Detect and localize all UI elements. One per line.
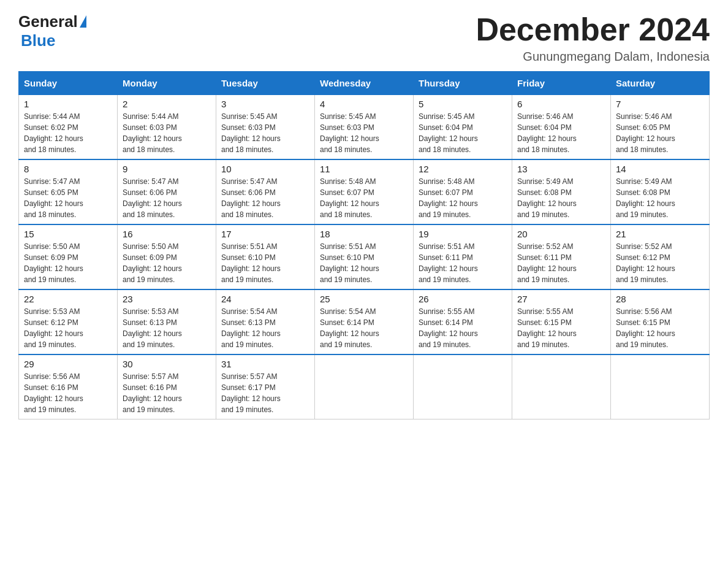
day-number: 2 [123,99,211,109]
day-number: 3 [221,99,309,109]
day-info: Sunrise: 5:55 AMSunset: 6:15 PMDaylight:… [517,307,577,349]
calendar-day-cell: 13 Sunrise: 5:49 AMSunset: 6:08 PMDaylig… [512,159,611,224]
day-info: Sunrise: 5:51 AMSunset: 6:10 PMDaylight:… [221,242,281,284]
day-number: 7 [616,99,704,109]
day-info: Sunrise: 5:53 AMSunset: 6:12 PMDaylight:… [24,307,83,349]
calendar-day-cell: 29 Sunrise: 5:56 AMSunset: 6:16 PMDaylig… [19,354,118,419]
day-number: 6 [517,99,605,109]
day-info: Sunrise: 5:48 AMSunset: 6:07 PMDaylight:… [419,177,478,219]
calendar-day-cell: 28 Sunrise: 5:56 AMSunset: 6:15 PMDaylig… [611,289,710,354]
day-info: Sunrise: 5:54 AMSunset: 6:14 PMDaylight:… [320,307,379,349]
day-number: 5 [419,99,507,109]
calendar-day-cell [315,354,414,419]
calendar-day-cell: 22 Sunrise: 5:53 AMSunset: 6:12 PMDaylig… [19,289,118,354]
day-number: 9 [123,164,211,174]
calendar-day-cell: 16 Sunrise: 5:50 AMSunset: 6:09 PMDaylig… [118,224,216,289]
day-number: 16 [123,229,211,239]
day-info: Sunrise: 5:47 AMSunset: 6:06 PMDaylight:… [123,177,182,219]
logo-general: General [18,12,78,31]
day-info: Sunrise: 5:50 AMSunset: 6:09 PMDaylight:… [123,242,182,284]
day-info: Sunrise: 5:51 AMSunset: 6:11 PMDaylight:… [419,242,478,284]
day-number: 17 [221,229,309,239]
calendar-week-row: 15 Sunrise: 5:50 AMSunset: 6:09 PMDaylig… [19,224,710,289]
calendar-title: December 2024 [476,12,710,47]
day-number: 29 [24,359,112,369]
calendar-day-cell: 6 Sunrise: 5:46 AMSunset: 6:04 PMDayligh… [512,95,611,160]
day-info: Sunrise: 5:54 AMSunset: 6:13 PMDaylight:… [221,307,281,349]
day-number: 24 [221,294,309,304]
day-number: 10 [221,164,309,174]
day-info: Sunrise: 5:44 AMSunset: 6:02 PMDaylight:… [24,112,83,154]
calendar-day-cell: 26 Sunrise: 5:55 AMSunset: 6:14 PMDaylig… [414,289,512,354]
col-monday: Monday [118,72,216,95]
day-info: Sunrise: 5:47 AMSunset: 6:05 PMDaylight:… [24,177,83,219]
col-tuesday: Tuesday [216,72,315,95]
day-number: 27 [517,294,605,304]
calendar-day-cell: 5 Sunrise: 5:45 AMSunset: 6:04 PMDayligh… [414,95,512,160]
day-number: 8 [24,164,112,174]
calendar-week-row: 1 Sunrise: 5:44 AMSunset: 6:02 PMDayligh… [19,95,710,160]
day-number: 23 [123,294,211,304]
calendar-day-cell: 11 Sunrise: 5:48 AMSunset: 6:07 PMDaylig… [315,159,414,224]
calendar-day-cell [611,354,710,419]
day-number: 19 [419,229,507,239]
day-number: 18 [320,229,408,239]
col-wednesday: Wednesday [315,72,414,95]
day-info: Sunrise: 5:53 AMSunset: 6:13 PMDaylight:… [123,307,182,349]
calendar-day-cell: 17 Sunrise: 5:51 AMSunset: 6:10 PMDaylig… [216,224,315,289]
day-number: 15 [24,229,112,239]
calendar-day-cell: 19 Sunrise: 5:51 AMSunset: 6:11 PMDaylig… [414,224,512,289]
day-info: Sunrise: 5:46 AMSunset: 6:05 PMDaylight:… [616,112,675,154]
calendar-day-cell: 25 Sunrise: 5:54 AMSunset: 6:14 PMDaylig… [315,289,414,354]
day-number: 26 [419,294,507,304]
day-info: Sunrise: 5:57 AMSunset: 6:16 PMDaylight:… [123,372,182,414]
day-info: Sunrise: 5:49 AMSunset: 6:08 PMDaylight:… [616,177,675,219]
calendar-week-row: 8 Sunrise: 5:47 AMSunset: 6:05 PMDayligh… [19,159,710,224]
day-number: 14 [616,164,704,174]
calendar-day-cell: 8 Sunrise: 5:47 AMSunset: 6:05 PMDayligh… [19,159,118,224]
day-number: 1 [24,99,112,109]
day-number: 13 [517,164,605,174]
calendar-day-cell: 1 Sunrise: 5:44 AMSunset: 6:02 PMDayligh… [19,95,118,160]
logo-triangle-icon [80,15,86,28]
day-number: 22 [24,294,112,304]
calendar-subtitle: Gunungmegang Dalam, Indonesia [476,50,710,64]
col-thursday: Thursday [414,72,512,95]
calendar-day-cell [414,354,512,419]
calendar-day-cell: 3 Sunrise: 5:45 AMSunset: 6:03 PMDayligh… [216,95,315,160]
day-number: 20 [517,229,605,239]
day-info: Sunrise: 5:56 AMSunset: 6:15 PMDaylight:… [616,307,675,349]
calendar-day-cell: 21 Sunrise: 5:52 AMSunset: 6:12 PMDaylig… [611,224,710,289]
day-number: 25 [320,294,408,304]
day-info: Sunrise: 5:45 AMSunset: 6:04 PMDaylight:… [419,112,478,154]
day-info: Sunrise: 5:51 AMSunset: 6:10 PMDaylight:… [320,242,379,284]
calendar-day-cell: 15 Sunrise: 5:50 AMSunset: 6:09 PMDaylig… [19,224,118,289]
day-info: Sunrise: 5:47 AMSunset: 6:06 PMDaylight:… [221,177,281,219]
calendar-day-cell [512,354,611,419]
calendar-day-cell: 30 Sunrise: 5:57 AMSunset: 6:16 PMDaylig… [118,354,216,419]
day-info: Sunrise: 5:55 AMSunset: 6:14 PMDaylight:… [419,307,478,349]
col-sunday: Sunday [19,72,118,95]
calendar-day-cell: 7 Sunrise: 5:46 AMSunset: 6:05 PMDayligh… [611,95,710,160]
calendar-day-cell: 10 Sunrise: 5:47 AMSunset: 6:06 PMDaylig… [216,159,315,224]
day-number: 21 [616,229,704,239]
day-info: Sunrise: 5:56 AMSunset: 6:16 PMDaylight:… [24,372,83,414]
calendar-day-cell: 24 Sunrise: 5:54 AMSunset: 6:13 PMDaylig… [216,289,315,354]
day-number: 4 [320,99,408,109]
calendar-day-cell: 31 Sunrise: 5:57 AMSunset: 6:17 PMDaylig… [216,354,315,419]
day-info: Sunrise: 5:49 AMSunset: 6:08 PMDaylight:… [517,177,577,219]
day-info: Sunrise: 5:50 AMSunset: 6:09 PMDaylight:… [24,242,83,284]
day-info: Sunrise: 5:45 AMSunset: 6:03 PMDaylight:… [320,112,379,154]
day-info: Sunrise: 5:48 AMSunset: 6:07 PMDaylight:… [320,177,379,219]
day-info: Sunrise: 5:57 AMSunset: 6:17 PMDaylight:… [221,372,281,414]
calendar-day-cell: 12 Sunrise: 5:48 AMSunset: 6:07 PMDaylig… [414,159,512,224]
calendar-day-cell: 2 Sunrise: 5:44 AMSunset: 6:03 PMDayligh… [118,95,216,160]
day-number: 30 [123,359,211,369]
logo-blue: Blue [21,31,55,50]
day-number: 31 [221,359,309,369]
day-number: 12 [419,164,507,174]
header-row: Sunday Monday Tuesday Wednesday Thursday… [19,72,710,95]
calendar-table: Sunday Monday Tuesday Wednesday Thursday… [18,71,710,419]
calendar-day-cell: 27 Sunrise: 5:55 AMSunset: 6:15 PMDaylig… [512,289,611,354]
calendar-day-cell: 18 Sunrise: 5:51 AMSunset: 6:10 PMDaylig… [315,224,414,289]
